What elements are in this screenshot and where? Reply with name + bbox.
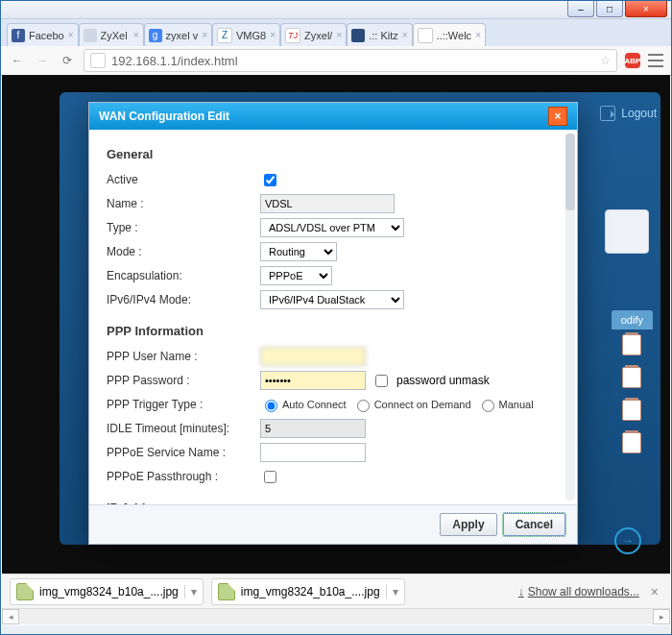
tab-label: .:: Kitz (369, 30, 398, 41)
apply-button[interactable]: Apply (440, 513, 496, 536)
image-file-icon (16, 583, 34, 600)
ipmode-select[interactable]: IPv6/IPv4 DualStack (260, 290, 404, 309)
tab-label: Facebo (29, 30, 64, 41)
name-input[interactable] (260, 194, 395, 213)
label-type: Type : (107, 221, 260, 234)
image-file-icon (218, 583, 235, 600)
download-filename: img_vmg8324_b10a_....jpg (39, 585, 179, 598)
trash-icon[interactable] (622, 334, 641, 355)
cancel-button[interactable]: Cancel (503, 513, 565, 536)
window-close-button[interactable]: × (625, 1, 667, 17)
dialog-titlebar: WAN Configuration Edit × (89, 103, 577, 130)
passthrough-checkbox[interactable] (264, 471, 276, 483)
logout-icon (600, 106, 615, 121)
encapsulation-select[interactable]: PPPoE (260, 266, 332, 285)
password-unmask-checkbox[interactable] (375, 375, 388, 387)
idle-timeout-input[interactable] (260, 419, 366, 438)
scroll-right-icon[interactable]: ▸ (653, 609, 670, 624)
dialog-close-button[interactable]: × (548, 107, 567, 126)
favicon-zyxel-icon (84, 29, 97, 42)
label-service-name: PPPoE Service Name : (107, 446, 260, 459)
tab-tj-zyxel[interactable]: TJ Zyxel/ × (280, 23, 347, 46)
tab-vmg8[interactable]: Z VMG8 × (212, 23, 280, 46)
router-side-button[interactable] (605, 209, 649, 254)
ppp-username-input[interactable] (260, 347, 366, 366)
page-viewport: Logout odify → WAN Configuration Edit × … (2, 75, 670, 574)
tab-label: ZyXel (101, 30, 130, 41)
favicon-kitz-icon (351, 29, 365, 42)
tab-kitz[interactable]: .:: Kitz × (347, 23, 412, 46)
logout-link[interactable]: Logout (600, 106, 657, 121)
tab-label: VMG8 (236, 30, 266, 41)
delete-icons-column (622, 334, 641, 453)
trash-icon[interactable] (622, 432, 641, 453)
tab-zyxel-1[interactable]: ZyXel × (79, 23, 144, 46)
browser-tabstrip: f Facebo × ZyXel × g zyxel v × Z VMG8 × … (1, 19, 671, 46)
download-item[interactable]: img_vmg8324_b10a_....jpg ▾ (211, 578, 405, 605)
active-checkbox[interactable] (264, 174, 276, 186)
label-password-unmask: password unmask (396, 374, 490, 387)
wan-config-dialog: WAN Configuration Edit × General Active … (88, 102, 578, 545)
favicon-facebook-icon: f (12, 29, 25, 42)
adblock-extension-icon[interactable]: ABP (625, 53, 640, 68)
label-ppp-user: PPP User Name : (107, 350, 260, 363)
label-passthrough: PPPoE Passthrough : (107, 470, 260, 483)
address-bar[interactable]: 192.168.1.1/index.html ☆ (84, 49, 617, 72)
tab-facebook[interactable]: f Facebo × (7, 23, 79, 46)
next-arrow-button[interactable]: → (614, 527, 641, 554)
show-all-downloads-link[interactable]: ↓ Show all downloads... (518, 585, 639, 598)
window-maximize-button[interactable]: □ (596, 1, 623, 17)
download-menu-chevron-icon[interactable]: ▾ (386, 585, 398, 598)
trash-icon[interactable] (622, 400, 641, 421)
nav-back-button[interactable]: ← (9, 52, 26, 69)
favicon-tj-icon: TJ (285, 28, 300, 43)
label-encapsulation: Encapsulation: (107, 269, 260, 282)
tab-close-icon[interactable]: × (202, 30, 207, 40)
trash-icon[interactable] (622, 367, 641, 388)
browser-horizontal-scrollbar[interactable]: ◂ ▸ (2, 608, 670, 624)
trigger-auto-radio[interactable]: Auto Connect (260, 397, 347, 412)
download-menu-chevron-icon[interactable]: ▾ (184, 585, 197, 598)
tab-label: Zyxel/ (304, 30, 332, 41)
bookmark-star-icon[interactable]: ☆ (600, 54, 611, 67)
trigger-demand-radio[interactable]: Connect on Demand (352, 397, 471, 412)
nav-reload-button[interactable]: ⟳ (59, 52, 76, 69)
tab-google-search[interactable]: g zyxel v × (144, 23, 212, 46)
label-mode: Mode : (107, 245, 260, 258)
downloads-shelf-close-button[interactable]: × (647, 584, 662, 599)
section-ppp: PPP Information (107, 324, 560, 338)
section-general: General (107, 147, 560, 161)
section-ip-address: IP Address (107, 501, 560, 504)
label-ppp-pass: PPP Password : (107, 374, 260, 387)
browser-menu-button[interactable] (648, 54, 663, 67)
dialog-body: General Active Name : Type : ADSL/VDSL o… (89, 130, 577, 504)
ppp-password-input[interactable] (260, 371, 366, 390)
tab-router-admin[interactable]: ..::Welc × (413, 23, 486, 46)
trigger-manual-radio[interactable]: Manual (477, 397, 534, 412)
window-minimize-button[interactable]: – (567, 1, 594, 17)
type-select[interactable]: ADSL/VDSL over PTM (260, 218, 404, 237)
tab-close-icon[interactable]: × (270, 30, 276, 40)
download-item[interactable]: img_vmg8324_b10a_....jpg ▾ (10, 578, 204, 605)
scroll-left-icon[interactable]: ◂ (2, 609, 19, 624)
dialog-title: WAN Configuration Edit (99, 110, 229, 123)
modify-column-header: odify (612, 310, 653, 330)
logout-label: Logout (621, 107, 657, 120)
scroll-track[interactable] (19, 610, 653, 623)
show-all-label: Show all downloads... (528, 585, 639, 598)
service-name-input[interactable] (260, 443, 366, 462)
label-name: Name : (107, 197, 260, 210)
tab-label: ..::Welc (437, 30, 471, 41)
tab-close-icon[interactable]: × (402, 30, 408, 40)
os-titlebar: – □ × (1, 1, 671, 19)
tab-close-icon[interactable]: × (68, 30, 74, 40)
browser-window: – □ × f Facebo × ZyXel × g zyxel v × Z V… (0, 0, 672, 635)
tab-close-icon[interactable]: × (133, 30, 139, 40)
mode-select[interactable]: Routing (260, 242, 337, 261)
label-ipmode: IPv6/IPv4 Mode: (107, 293, 260, 306)
label-ppp-trigger: PPP Trigger Type : (107, 398, 260, 411)
tab-close-icon[interactable]: × (336, 30, 342, 40)
tab-close-icon[interactable]: × (475, 30, 481, 40)
download-filename: img_vmg8324_b10a_....jpg (241, 585, 380, 598)
page-icon (90, 53, 106, 68)
